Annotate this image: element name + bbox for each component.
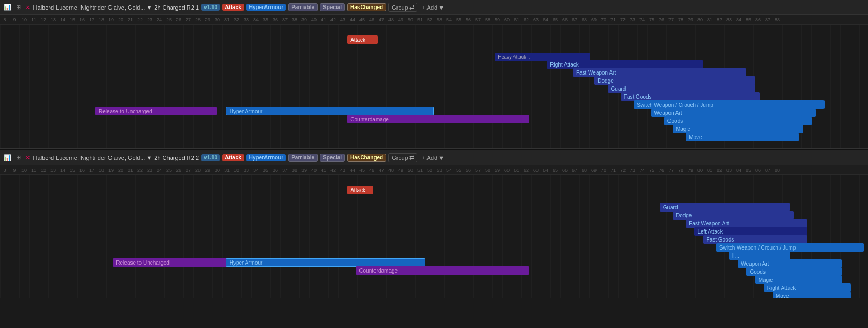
track1-add-label: + Add	[422, 4, 437, 11]
track1-add-arrow: ▼	[438, 4, 444, 11]
ruler2-tick: 67	[570, 167, 579, 173]
ruler-tick: 44	[348, 17, 357, 23]
ruler-tick: 32	[232, 17, 241, 23]
track2-version-badge[interactable]: v1.10	[201, 154, 220, 161]
ruler-tick: 43	[338, 17, 348, 23]
bar-right-attack-2[interactable]: Right Attack	[764, 283, 851, 292]
track1-hyperarmour-badge[interactable]: HyperArmour	[246, 4, 286, 11]
ruler2-tick: 30	[212, 167, 222, 173]
ruler-tick: 11	[29, 17, 39, 23]
bar-weapon-art-1[interactable]: Weapon Art	[651, 108, 816, 117]
close-button-2[interactable]: ×	[25, 154, 31, 162]
ruler-tick: 33	[241, 17, 251, 23]
ruler2-tick: 43	[338, 167, 348, 173]
bar-goods-2[interactable]: Goods	[746, 267, 842, 276]
ruler2-tick: 87	[763, 167, 773, 173]
bar-hyper-armour-2[interactable]: Hyper Armour	[226, 258, 425, 267]
track2-add-button[interactable]: + Add ▼	[420, 154, 447, 162]
ruler-tick: 71	[608, 17, 618, 23]
bar-magic-label-1: Magic	[676, 126, 690, 132]
bar-weapon-art-label-1: Weapon Art	[654, 110, 682, 116]
ruler-tick: 65	[550, 17, 560, 23]
ruler2-tick: 11	[29, 167, 39, 173]
bar-fast-weapon-art-1[interactable]: Fast Weapon Art	[573, 68, 747, 77]
grid-icon-2[interactable]: ⊞	[14, 154, 23, 162]
bar-fast-weapon-art-2[interactable]: Fast Weapon Art	[686, 219, 807, 228]
chart-icon[interactable]: 📊	[3, 3, 12, 12]
ruler2-tick: 32	[232, 167, 241, 173]
ruler2-tick: 60	[502, 167, 512, 173]
bar-li[interactable]: li...	[729, 251, 790, 260]
ruler-tick: 28	[193, 17, 203, 23]
ruler2-tick: 54	[444, 167, 454, 173]
ruler2-tick: 29	[203, 167, 212, 173]
track2-attack-badge[interactable]: Attack	[222, 154, 244, 161]
close-button-1[interactable]: ×	[25, 3, 31, 11]
track1-group-button[interactable]: Group ⇄	[388, 3, 417, 12]
ruler-tick: 35	[261, 17, 270, 23]
bar-fast-goods-label-2: Fast Goods	[707, 237, 734, 243]
bar-guard-2[interactable]: Guard	[660, 203, 790, 212]
ruler-tick: 8	[0, 17, 10, 23]
ruler2-tick: 70	[599, 167, 608, 173]
ruler2-tick: 74	[637, 167, 647, 173]
track2-parriable-badge[interactable]: Parriable	[288, 154, 318, 162]
ruler-tick: 82	[715, 17, 724, 23]
track2-hyperarmour-badge[interactable]: HyperArmour	[246, 154, 286, 161]
bar-magic-1[interactable]: Magic	[673, 125, 803, 133]
bar-goods-1[interactable]: Goods	[664, 116, 812, 125]
ruler2-tick: 50	[406, 167, 415, 173]
ruler2-tick: 63	[531, 167, 541, 173]
ruler-tick: 26	[174, 17, 183, 23]
ruler2-tick: 48	[386, 167, 396, 173]
bar-release-label-1: Release to Uncharged	[99, 108, 152, 114]
ruler-tick: 70	[599, 17, 608, 23]
track1-add-button[interactable]: + Add ▼	[420, 4, 447, 11]
track2-special-badge[interactable]: Special	[320, 154, 345, 162]
ruler-tick: 20	[116, 17, 126, 23]
bar-right-attack[interactable]: Right Attack	[547, 60, 703, 69]
track1-special-badge[interactable]: Special	[320, 3, 345, 11]
bar-switch-1[interactable]: Switch Weapon / Crouch / Jump	[634, 100, 825, 109]
ruler-tick: 16	[77, 17, 87, 23]
bar-magic-2[interactable]: Magic	[755, 275, 842, 284]
track2-group-button[interactable]: Group ⇄	[388, 153, 417, 162]
track2-haschanged-badge[interactable]: HasChanged	[347, 154, 386, 162]
track1-subtitle-dropdown[interactable]: Lucerne, Nightrider Glaive, Gold... ▼	[56, 4, 152, 11]
ruler-tick: 34	[251, 17, 261, 23]
bar-release-2[interactable]: Release to Uncharged	[113, 258, 234, 267]
ruler2-tick: 42	[328, 167, 338, 173]
ruler-tick: 31	[222, 17, 232, 23]
track2-subtitle-dropdown[interactable]: Lucerne, Nightrider Glaive, Gold... ▼	[56, 155, 152, 161]
track1-attack-badge[interactable]: Attack	[222, 4, 244, 11]
bar-switch-2[interactable]: Switch Weapon / Crouch / Jump	[716, 243, 864, 252]
bar-fast-goods-2[interactable]: Fast Goods	[703, 235, 807, 244]
track1-version-badge[interactable]: v1.10	[201, 4, 220, 11]
grid-icon[interactable]: ⊞	[14, 3, 23, 12]
bar-hyper-armour-1[interactable]: Hyper Armour	[226, 107, 434, 115]
ruler2-tick: 44	[348, 167, 357, 173]
track1-haschanged-badge[interactable]: HasChanged	[347, 3, 386, 11]
ruler-tick: 55	[454, 17, 464, 23]
bar-counterdamage-1[interactable]: Counterdamage	[347, 115, 529, 123]
bar-move-1[interactable]: Move	[686, 133, 798, 141]
ruler2-tick: 47	[377, 167, 386, 173]
chart-icon-2[interactable]: 📊	[3, 154, 12, 162]
bar-dodge-2[interactable]: Dodge	[673, 211, 795, 220]
bar-magic-label-2: Magic	[759, 277, 773, 283]
bar-counterdamage-2[interactable]: Counterdamage	[356, 266, 529, 275]
bar-left-attack[interactable]: Left Attack	[694, 227, 807, 236]
track1-title: Halberd	[33, 4, 54, 11]
bar-move-2[interactable]: Move	[773, 291, 851, 298]
bar-weapon-art-2[interactable]: Weapon Art	[738, 259, 842, 268]
bar-fast-goods-1[interactable]: Fast Goods	[621, 92, 760, 101]
bar-dodge-1[interactable]: Dodge	[594, 76, 755, 85]
track1-parriable-badge[interactable]: Parriable	[288, 3, 318, 11]
ruler2-tick: 20	[116, 167, 126, 173]
ruler-tick: 29	[203, 17, 212, 23]
bar-attack-2[interactable]: Attack	[347, 186, 373, 194]
bar-attack-1[interactable]: Attack	[347, 35, 378, 44]
bar-guard-1[interactable]: Guard	[608, 84, 755, 93]
bar-release-1[interactable]: Release to Uncharged	[95, 107, 217, 115]
ruler-tick: 57	[473, 17, 483, 23]
